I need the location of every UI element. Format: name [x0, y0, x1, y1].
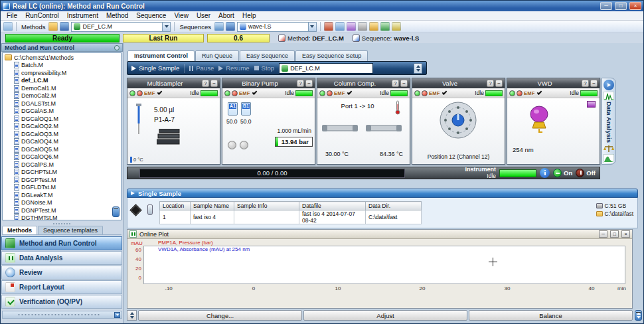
panel-header[interactable]: Multisampler ? −: [127, 78, 220, 88]
tree-item[interactable]: DGCalOQ1.M: [5, 115, 121, 123]
close-button[interactable]: ×: [629, 2, 641, 10]
collapse-icon[interactable]: −: [305, 80, 313, 87]
left-temperature[interactable]: 30.00 °C: [325, 151, 349, 157]
lamp-icon[interactable]: [526, 105, 552, 134]
valve-rotor-icon[interactable]: [439, 101, 477, 139]
expand-arrow-icon[interactable]: [604, 80, 614, 90]
menu-item-file[interactable]: File: [3, 12, 21, 19]
save-sequence-icon[interactable]: [226, 22, 235, 31]
on-led-icon[interactable]: [224, 90, 230, 96]
maximize-button[interactable]: □: [615, 2, 627, 10]
save-method-icon[interactable]: [60, 22, 69, 31]
expander-icon[interactable]: [112, 206, 120, 217]
column-header[interactable]: Sample Name: [191, 202, 234, 210]
resume-button[interactable]: Resume: [218, 64, 249, 72]
on-led-icon[interactable]: [414, 90, 420, 96]
valve-position[interactable]: Position 12 (Channel 12): [412, 153, 505, 160]
window-layout-icon[interactable]: [3, 22, 13, 31]
tree-item[interactable]: DGCalAS.M: [5, 108, 121, 116]
balance-button[interactable]: Balance: [469, 310, 633, 321]
help-icon[interactable]: ?: [487, 80, 494, 87]
cell-sample-info[interactable]: [234, 210, 299, 224]
pause-button[interactable]: Pause: [189, 64, 214, 72]
signature-icon[interactable]: [392, 22, 401, 31]
flask-icon[interactable]: [347, 22, 356, 31]
data-analysis-flyout-tab[interactable]: Data Analysis: [602, 78, 616, 165]
active-method-combo[interactable]: DEF_LC.M: [279, 63, 373, 74]
tab-methods[interactable]: Methods: [2, 226, 37, 234]
help-icon[interactable]: ?: [202, 80, 209, 87]
collapse-icon[interactable]: −: [590, 80, 598, 87]
collapse-icon[interactable]: −: [210, 80, 218, 87]
scale-spinner[interactable]: [127, 310, 137, 321]
menu-item-method[interactable]: Method: [102, 12, 132, 19]
minimize-button[interactable]: ─: [600, 2, 612, 10]
column-header[interactable]: Sample Info: [234, 202, 299, 210]
menu-item-sequence[interactable]: Sequence: [132, 12, 170, 19]
menu-item-user[interactable]: User: [193, 12, 214, 19]
tab-run-queue[interactable]: Run Queue: [195, 50, 239, 61]
chevron-down-icon[interactable]: [308, 23, 316, 31]
info-icon[interactable]: [540, 168, 550, 178]
tree-item[interactable]: DGCalOQ5.M: [5, 145, 121, 153]
tree-item[interactable]: DGNPTest.M: [5, 206, 121, 214]
table-row[interactable]: 1 fast iso 4 fast iso 4 2014-07-07 08-42…: [160, 210, 422, 224]
solvent-a-percent[interactable]: 50.0: [226, 118, 238, 125]
tree-item[interactable]: DGCalPS.M: [5, 161, 121, 169]
tree-item[interactable]: Batch.M: [5, 62, 121, 70]
cell-sample-name[interactable]: fast iso 4: [191, 210, 234, 224]
off-led-icon[interactable]: [232, 90, 238, 96]
open-method-icon[interactable]: [48, 22, 58, 31]
plot-minimize-icon[interactable]: ─: [599, 230, 607, 238]
on-led-icon[interactable]: [509, 90, 515, 96]
tree-item[interactable]: DGCPTest.M: [5, 176, 121, 184]
injection-volume[interactable]: 5.00 µl: [154, 106, 174, 114]
edit-method-icon[interactable]: [369, 22, 378, 31]
sequence-combo[interactable]: wave-l.S: [237, 22, 317, 32]
off-button[interactable]: Off: [576, 169, 596, 177]
off-led-icon[interactable]: [137, 90, 143, 96]
menu-item-abort[interactable]: Abort: [214, 12, 238, 19]
off-led-icon[interactable]: [327, 90, 333, 96]
column-header[interactable]: Location: [160, 202, 191, 210]
tree-item-selected[interactable]: def_LC.M: [5, 77, 121, 85]
sidebar-item-verification[interactable]: Verification (OQ/PV): [1, 295, 122, 309]
sample-entry-icon[interactable]: [324, 22, 333, 31]
pressure-display[interactable]: 13.94 bar: [275, 137, 313, 147]
wavelength[interactable]: 254 nm: [513, 146, 534, 153]
tree-item[interactable]: DemoCal1.M: [5, 84, 121, 92]
spectrum-window-icon[interactable]: [587, 101, 596, 108]
tree-item[interactable]: DGTHMTst.M: [5, 214, 121, 221]
tree-root[interactable]: C:\Chem32\1\Methods: [5, 54, 121, 62]
valve-port-setting[interactable]: Port 1 -> 10: [317, 102, 398, 110]
menu-item-runcontrol[interactable]: RunControl: [21, 12, 63, 19]
vial-location[interactable]: P1-A-7: [154, 116, 175, 123]
cell-data-dir[interactable]: C:\data\fast: [366, 210, 422, 224]
tree-item[interactable]: DGCHPTst.M: [5, 169, 121, 177]
pane-expander[interactable]: [635, 310, 642, 321]
signal-plot-icon[interactable]: [380, 22, 390, 31]
tab-easy-sequence[interactable]: Easy Sequence: [240, 50, 295, 61]
collapse-icon[interactable]: −: [400, 80, 408, 87]
help-icon[interactable]: ?: [582, 80, 589, 87]
pane-splitter[interactable]: [2, 222, 121, 225]
menu-item-view[interactable]: View: [170, 12, 193, 19]
emf-indicator[interactable]: EMF: [334, 90, 345, 96]
tree-item[interactable]: DGCalOQ6.M: [5, 153, 121, 161]
tree-item[interactable]: DGCalOQ2.M: [5, 123, 121, 131]
solvent-b-bottle-icon[interactable]: B1: [241, 102, 251, 116]
collapse-icon[interactable]: −: [495, 80, 503, 87]
tree-item[interactable]: DemoCal2.M: [5, 92, 121, 100]
tree-item[interactable]: DGALSTst.M: [5, 100, 121, 108]
open-sequence-icon[interactable]: [214, 22, 224, 31]
adjust-button[interactable]: Adjust: [303, 310, 467, 321]
sidebar-item-data-analysis[interactable]: Data Analysis: [1, 251, 122, 265]
tab-instrument-control[interactable]: Instrument Control: [127, 50, 195, 61]
column-header[interactable]: Datafile: [299, 202, 366, 210]
sidebar-item-report-layout[interactable]: Report Layout: [1, 280, 122, 294]
off-led-icon[interactable]: [517, 90, 523, 96]
flow-rate[interactable]: 1.000 mL/min: [278, 127, 312, 134]
tree-item[interactable]: DGCalOQ3.M: [5, 130, 121, 138]
column-header[interactable]: Data Dir.: [366, 202, 422, 210]
on-led-icon[interactable]: [319, 90, 325, 96]
